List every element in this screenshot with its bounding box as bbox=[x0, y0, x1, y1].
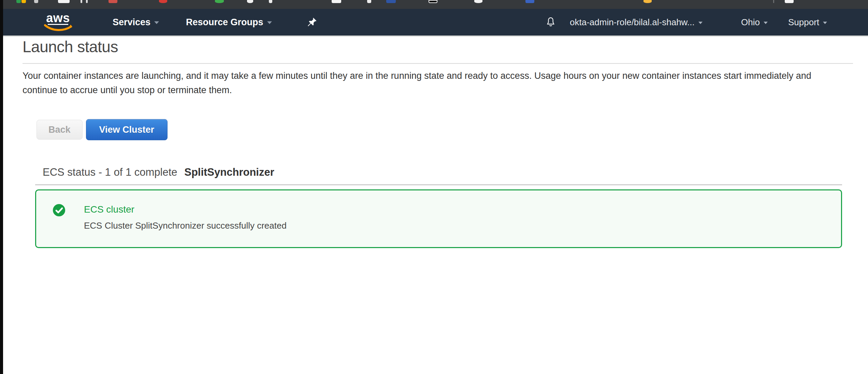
action-buttons: Back View Cluster bbox=[37, 119, 168, 140]
nav-user-menu[interactable]: okta-admin-role/bilal.al-shahw... bbox=[570, 17, 703, 28]
ecs-status-heading-text: ECS status - 1 of 1 complete bbox=[43, 166, 177, 178]
favicon-white-circle2[interactable] bbox=[474, 0, 482, 3]
favicon-small-white2[interactable] bbox=[367, 0, 371, 3]
nav-resource-groups-label: Resource Groups bbox=[186, 17, 263, 28]
success-card-title: ECS cluster bbox=[84, 204, 134, 215]
chevron-down-icon bbox=[823, 21, 827, 24]
chevron-down-icon bbox=[267, 21, 272, 24]
window-edge-strip bbox=[0, 0, 3, 374]
favicon-white-circle[interactable] bbox=[247, 0, 253, 3]
success-card-message: ECS Cluster SplitSynchronizer successful… bbox=[84, 220, 287, 231]
nav-support-menu[interactable]: Support bbox=[788, 17, 827, 28]
back-button[interactable]: Back bbox=[37, 120, 83, 140]
bell-icon bbox=[545, 16, 556, 28]
chevron-down-icon bbox=[154, 21, 159, 24]
ecs-status-divider bbox=[35, 184, 842, 185]
title-divider bbox=[23, 63, 853, 64]
aws-logo[interactable]: aws bbox=[44, 13, 72, 32]
aws-logo-text: aws bbox=[46, 13, 70, 23]
nav-services[interactable]: Services bbox=[113, 17, 159, 28]
ecs-cluster-success-card: ECS cluster ECS Cluster SplitSynchronize… bbox=[35, 189, 842, 248]
favicon-thin-1[interactable] bbox=[81, 0, 82, 3]
favicon-thin-2[interactable] bbox=[86, 0, 88, 3]
nav-region-label: Ohio bbox=[741, 17, 760, 28]
aws-smile-icon bbox=[44, 24, 72, 32]
favicon-black-square[interactable] bbox=[429, 0, 437, 3]
nav-user-label: okta-admin-role/bilal.al-shahw... bbox=[570, 17, 695, 28]
favicon-facebook-blue[interactable] bbox=[525, 0, 534, 3]
chevron-down-icon bbox=[698, 21, 703, 24]
nav-region-menu[interactable]: Ohio bbox=[741, 17, 768, 28]
browser-bookmarks-strip bbox=[0, 0, 868, 9]
favicon-chart-yellow[interactable] bbox=[21, 0, 26, 3]
aws-navbar: aws Services Resource Groups bbox=[0, 9, 868, 37]
launch-status-description: Your container instances are launching, … bbox=[23, 69, 862, 97]
favicon-green-circle[interactable] bbox=[215, 0, 224, 3]
favicon-orange-circle[interactable] bbox=[643, 0, 652, 3]
ecs-status-heading: ECS status - 1 of 1 complete SplitSynchr… bbox=[43, 166, 274, 178]
ecs-status-cluster-name: SplitSynchronizer bbox=[184, 166, 274, 178]
favicon-white-wide[interactable] bbox=[58, 0, 70, 3]
nav-notifications[interactable] bbox=[545, 16, 556, 28]
nav-support-label: Support bbox=[788, 17, 819, 28]
favicon-chart-green[interactable] bbox=[16, 0, 21, 3]
nav-pin-button[interactable] bbox=[306, 17, 317, 28]
favicon-red-white[interactable] bbox=[108, 0, 117, 3]
description-line: continue to accrue until you stop or ter… bbox=[23, 83, 862, 97]
favicon-red-circle[interactable] bbox=[159, 0, 167, 3]
nav-services-label: Services bbox=[113, 17, 150, 28]
favicon-white-square[interactable] bbox=[332, 0, 341, 3]
favicon-separator[interactable] bbox=[773, 0, 774, 3]
favicon-blue-square[interactable] bbox=[386, 0, 396, 3]
screen: aws Services Resource Groups bbox=[0, 0, 868, 374]
chevron-down-icon bbox=[764, 21, 768, 24]
success-check-icon bbox=[53, 204, 66, 217]
nav-resource-groups[interactable]: Resource Groups bbox=[186, 17, 272, 28]
page-title: Launch status bbox=[23, 38, 118, 56]
pushpin-icon bbox=[306, 17, 317, 28]
favicon-gray[interactable] bbox=[34, 0, 38, 3]
view-cluster-button[interactable]: View Cluster bbox=[86, 119, 168, 140]
favicon-white-square2[interactable] bbox=[785, 0, 794, 3]
description-line: Your container instances are launching, … bbox=[23, 69, 862, 83]
favicon-small-white[interactable] bbox=[269, 0, 272, 3]
